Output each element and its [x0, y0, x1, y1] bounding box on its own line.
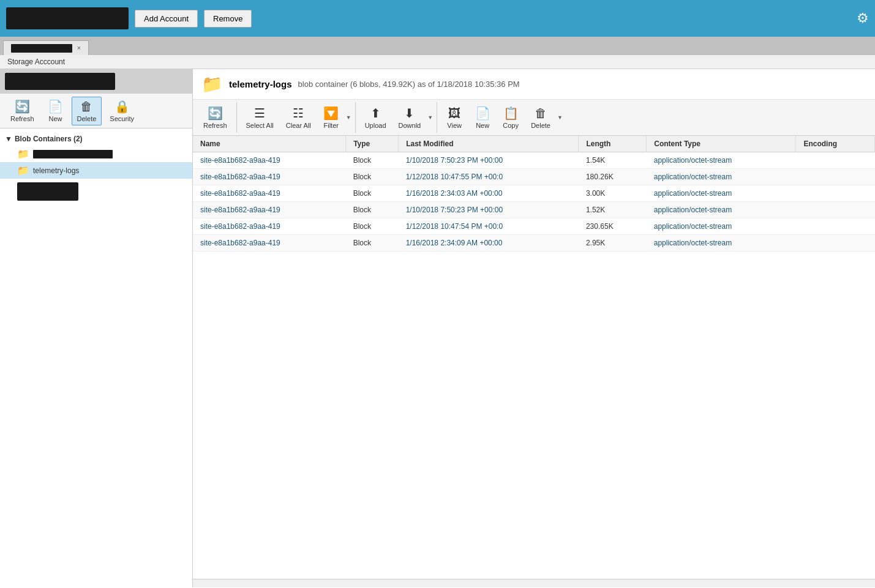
sub-item-redacted	[17, 182, 78, 201]
table-row[interactable]: site-e8a1b682-a9aa-419 Block 1/10/2018 7…	[193, 202, 875, 218]
cell-length: 3.00K	[579, 185, 647, 202]
blob-containers-group: ▼ Blob Containers (2)	[0, 132, 192, 146]
cell-length: 180.26K	[579, 169, 647, 185]
cell-encoding	[796, 218, 875, 235]
cell-name: site-e8a1b682-a9aa-419	[193, 202, 346, 218]
tree-area: ▼ Blob Containers (2) 📁 📁 telemetry-logs	[0, 128, 192, 587]
cell-content-type: application/octet-stream	[647, 152, 796, 169]
tab-name-redacted	[11, 44, 72, 53]
table-row[interactable]: site-e8a1b682-a9aa-419 Block 1/16/2018 2…	[193, 235, 875, 251]
storage-account-label: Storage Acccount	[0, 55, 875, 69]
table-row[interactable]: site-e8a1b682-a9aa-419 Block 1/16/2018 2…	[193, 185, 875, 202]
filter-icon: 🔽	[323, 106, 339, 121]
settings-icon[interactable]: ⚙	[857, 10, 869, 26]
download-button[interactable]: ⬇ Downld	[393, 103, 427, 132]
cell-name: site-e8a1b682-a9aa-419	[193, 185, 346, 202]
cell-length: 230.65K	[579, 218, 647, 235]
delete-chevron: ▼	[557, 114, 563, 121]
left-refresh-button[interactable]: 🔄 Refresh	[5, 96, 40, 125]
upload-button[interactable]: ⬆ Upload	[359, 103, 392, 132]
tree-item-redacted[interactable]: 📁	[0, 146, 192, 162]
cell-last-modified: 1/16/2018 2:34:03 AM +00:00	[399, 185, 579, 202]
container-meta: blob container (6 blobs, 419.92K) as of …	[298, 80, 520, 89]
cell-name: site-e8a1b682-a9aa-419	[193, 235, 346, 251]
left-panel: 🔄 Refresh 📄 New 🗑 Delete 🔒 Security ▼ Bl…	[0, 69, 193, 587]
left-delete-button[interactable]: 🗑 Delete	[72, 97, 102, 125]
toolbar-divider-1	[236, 102, 237, 133]
refresh-icon: 🔄	[15, 99, 30, 114]
right-delete-button[interactable]: 🗑 Delete	[525, 103, 556, 132]
folder-icon: 📁	[17, 165, 29, 176]
clear-all-icon: ☷	[293, 106, 304, 121]
download-chevron: ▼	[427, 114, 433, 121]
left-security-button[interactable]: 🔒 Security	[104, 96, 140, 125]
cell-content-type: application/octet-stream	[647, 235, 796, 251]
cell-length: 1.54K	[579, 152, 647, 169]
cell-type: Block	[346, 185, 399, 202]
account-name-redacted	[6, 7, 129, 29]
left-new-button[interactable]: 📄 New	[42, 96, 69, 125]
col-header-content-type: Content Type	[647, 136, 796, 152]
col-header-length: Length	[579, 136, 647, 152]
table-header-row: Name Type Last Modified Length Content T…	[193, 136, 875, 152]
upload-icon: ⬆	[370, 106, 381, 121]
copy-icon: 📋	[503, 106, 519, 121]
cell-encoding	[796, 152, 875, 169]
cell-length: 1.52K	[579, 202, 647, 218]
tree-item-telemetry-logs[interactable]: 📁 telemetry-logs	[0, 162, 192, 179]
cell-last-modified: 1/10/2018 7:50:23 PM +00:00	[399, 202, 579, 218]
folder-icon: 📁	[17, 148, 29, 160]
cell-content-type: application/octet-stream	[647, 202, 796, 218]
table-row[interactable]: site-e8a1b682-a9aa-419 Block 1/12/2018 1…	[193, 218, 875, 235]
cell-content-type: application/octet-stream	[647, 185, 796, 202]
cell-last-modified: 1/12/2018 10:47:55 PM +00:0	[399, 169, 579, 185]
cell-type: Block	[346, 152, 399, 169]
tab-close-button[interactable]: ×	[77, 45, 81, 51]
collapse-icon: ▼	[5, 135, 12, 143]
view-icon: 🖼	[448, 106, 460, 121]
cell-type: Block	[346, 169, 399, 185]
table-row[interactable]: site-e8a1b682-a9aa-419 Block 1/10/2018 7…	[193, 152, 875, 169]
cell-name: site-e8a1b682-a9aa-419	[193, 152, 346, 169]
toolbar-divider-3	[437, 102, 437, 133]
new-file-icon: 📄	[475, 106, 490, 121]
filter-button[interactable]: 🔽 Filter	[318, 103, 345, 132]
copy-button[interactable]: 📋 Copy	[497, 103, 524, 132]
cell-content-type: application/octet-stream	[647, 169, 796, 185]
select-all-button[interactable]: ☰ Select All	[241, 103, 279, 132]
view-button[interactable]: 🖼 View	[441, 103, 468, 132]
filter-chevron: ▼	[346, 114, 351, 121]
right-toolbar: 🔄 Refresh ☰ Select All ☷ Clear All 🔽 Fil…	[193, 100, 875, 136]
horizontal-scrollbar[interactable]	[193, 579, 875, 587]
cell-encoding	[796, 235, 875, 251]
security-icon: 🔒	[115, 99, 130, 114]
col-header-name: Name	[193, 136, 346, 152]
cell-last-modified: 1/16/2018 2:34:09 AM +00:00	[399, 235, 579, 251]
left-search-area	[0, 69, 192, 94]
cell-content-type: application/octet-stream	[647, 218, 796, 235]
tree-item-name-redacted	[33, 150, 113, 158]
right-header: 📁 telemetry-logs blob container (6 blobs…	[193, 69, 875, 100]
file-table: Name Type Last Modified Length Content T…	[193, 136, 875, 579]
delete-file-icon: 🗑	[535, 106, 547, 121]
tab-item[interactable]: ×	[3, 40, 89, 55]
container-folder-icon: 📁	[201, 74, 223, 94]
table-row[interactable]: site-e8a1b682-a9aa-419 Block 1/12/2018 1…	[193, 169, 875, 185]
refresh-icon: 🔄	[208, 106, 223, 121]
right-refresh-button[interactable]: 🔄 Refresh	[198, 103, 233, 132]
col-header-last-modified: Last Modified	[399, 136, 579, 152]
col-header-encoding: Encoding	[796, 136, 875, 152]
tab-bar: ×	[0, 37, 875, 55]
remove-button[interactable]: Remove	[204, 10, 252, 28]
add-account-button[interactable]: Add Account	[135, 10, 198, 28]
right-new-button[interactable]: 📄 New	[469, 103, 496, 132]
cell-encoding	[796, 169, 875, 185]
clear-all-button[interactable]: ☷ Clear All	[280, 103, 317, 132]
top-bar: Add Account Remove ⚙	[0, 0, 875, 37]
toolbar-divider-2	[355, 102, 356, 133]
download-icon: ⬇	[404, 106, 415, 121]
right-panel: 📁 telemetry-logs blob container (6 blobs…	[193, 69, 875, 587]
cell-type: Block	[346, 218, 399, 235]
select-all-icon: ☰	[254, 106, 265, 121]
delete-icon: 🗑	[80, 100, 92, 114]
